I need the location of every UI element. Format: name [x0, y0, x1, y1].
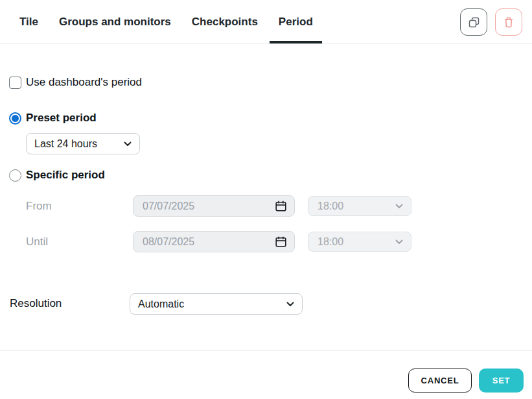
preset-period-radio[interactable]	[9, 112, 21, 125]
tab-bar: Tile Groups and monitors Checkpoints Per…	[0, 0, 532, 44]
until-date-value: 08/07/2025	[143, 236, 194, 248]
cancel-button[interactable]: CANCEL	[408, 369, 472, 393]
calendar-icon[interactable]	[275, 200, 287, 212]
until-date-input[interactable]: 08/07/2025	[133, 231, 295, 252]
preset-period-select-value: Last 24 hours	[34, 138, 97, 150]
from-time-select[interactable]: 18:00	[308, 196, 411, 216]
preset-period-select[interactable]: Last 24 hours	[26, 133, 140, 154]
tabs: Tile Groups and monitors Checkpoints Per…	[10, 0, 322, 43]
tab-tile[interactable]: Tile	[10, 0, 47, 43]
until-label: Until	[26, 236, 48, 248]
preset-period-row: Preset period	[9, 112, 97, 125]
chevron-down-icon	[395, 204, 403, 209]
use-dashboard-period-row: Use dashboard's period	[9, 76, 142, 89]
tab-groups-and-monitors[interactable]: Groups and monitors	[50, 0, 180, 43]
footer-divider	[0, 350, 532, 351]
from-label: From	[26, 200, 52, 213]
use-dashboard-period-label: Use dashboard's period	[26, 76, 142, 89]
resolution-select-value: Automatic	[138, 298, 184, 310]
tab-checkpoints[interactable]: Checkpoints	[183, 0, 267, 43]
until-time-select[interactable]: 18:00	[308, 232, 411, 252]
chevron-down-icon	[395, 239, 403, 245]
delete-button[interactable]	[495, 8, 522, 36]
resolution-label: Resolution	[10, 297, 62, 310]
duplicate-button[interactable]	[460, 8, 487, 36]
period-settings-panel: Tile Groups and monitors Checkpoints Per…	[0, 0, 532, 399]
preset-period-label: Preset period	[26, 112, 97, 125]
set-button[interactable]: SET	[479, 369, 524, 393]
from-date-value: 07/07/2025	[143, 200, 194, 212]
tab-period[interactable]: Period	[270, 0, 322, 43]
until-time-value: 18:00	[318, 236, 343, 248]
specific-period-label: Specific period	[26, 169, 105, 182]
copy-icon	[468, 16, 480, 29]
trash-icon	[503, 16, 515, 29]
specific-period-radio[interactable]	[9, 169, 21, 182]
calendar-icon[interactable]	[275, 236, 287, 248]
specific-period-row: Specific period	[9, 169, 105, 182]
use-dashboard-period-checkbox[interactable]	[9, 77, 21, 89]
resolution-select[interactable]: Automatic	[130, 293, 303, 315]
from-date-input[interactable]: 07/07/2025	[133, 195, 295, 217]
chevron-down-icon	[286, 302, 294, 307]
chevron-down-icon	[124, 141, 132, 147]
header-actions	[460, 8, 522, 36]
from-time-value: 18:00	[318, 200, 343, 212]
